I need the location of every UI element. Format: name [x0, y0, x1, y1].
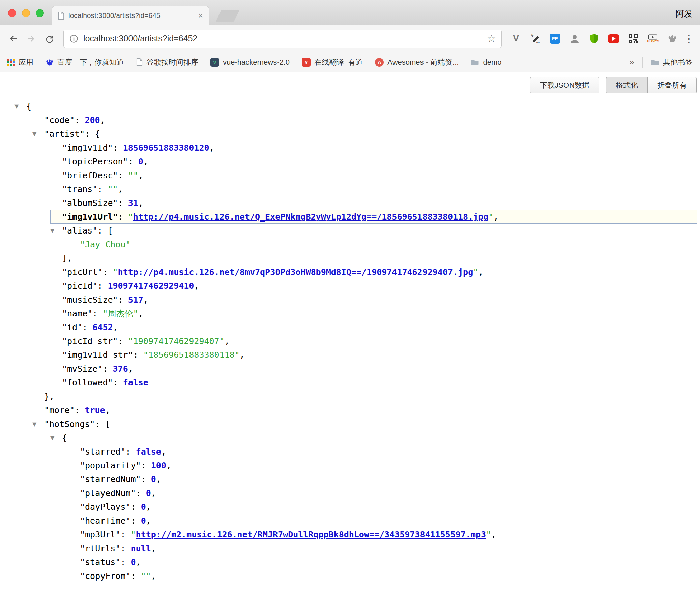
json-line-content: "Jay Chou" [80, 238, 697, 251]
json-line: "musicSize": 517, [50, 293, 697, 307]
json-line-content: "picUrl": "http://p4.music.126.net/8mv7q… [62, 265, 697, 279]
line-gutter [50, 141, 62, 155]
profile-name[interactable]: 阿发 [676, 8, 693, 19]
json-token-p: , [146, 516, 151, 526]
json-line: "mvSize": 376, [50, 362, 697, 376]
extension-paw-icon[interactable] [666, 30, 679, 47]
tab-close-icon[interactable]: × [198, 11, 203, 20]
format-button[interactable]: 格式化 [606, 77, 648, 93]
json-line: "status": 0, [68, 555, 697, 569]
collapse-toggle-icon[interactable]: ▼ [32, 417, 44, 431]
line-gutter [32, 113, 44, 127]
json-token-s: "Jay Chou" [80, 240, 131, 249]
line-gutter [50, 279, 62, 293]
line-gutter [68, 541, 80, 555]
extension-vimium-icon[interactable]: V [509, 30, 523, 47]
line-gutter [50, 210, 62, 224]
json-token-k: "name" [62, 309, 92, 318]
json-token-k: "followed" [62, 378, 113, 387]
json-line: ▼{ [50, 431, 697, 445]
json-token-p: : [118, 198, 128, 208]
json-token-s: "" [128, 170, 138, 180]
bookmark-star-icon[interactable]: ☆ [487, 34, 496, 44]
line-gutter [68, 472, 80, 486]
json-token-p: : { [85, 129, 100, 139]
collapse-toggle-icon[interactable]: ▼ [14, 99, 26, 113]
json-token-p: , [151, 543, 156, 553]
reload-button[interactable] [42, 31, 57, 46]
extension-youtube-icon[interactable] [607, 30, 620, 47]
line-gutter [50, 376, 62, 390]
json-token-s: " [113, 267, 118, 277]
bookmark-item[interactable]: AAwesomes - 前端资... [375, 57, 459, 67]
forward-button[interactable] [24, 31, 39, 46]
json-token-p: , [128, 364, 133, 374]
extension-translate-pen-icon[interactable]: 英en [529, 30, 542, 47]
json-line-content: "followed": false [62, 376, 697, 390]
json-token-s: " [131, 530, 136, 539]
page-info-icon[interactable] [69, 34, 79, 43]
bookmark-item[interactable]: 百度一下，你就知道 [46, 57, 124, 67]
line-gutter [68, 528, 80, 541]
bookmark-item[interactable]: Y在线翻译_有道 [302, 57, 363, 67]
json-line: ], [50, 251, 697, 265]
new-tab-button[interactable] [215, 10, 240, 22]
json-line: "mp3Url": "http://m2.music.126.net/RMJR7… [68, 528, 697, 541]
zoom-window-button[interactable] [36, 9, 44, 17]
other-bookmarks-folder[interactable]: 其他书签 [651, 57, 693, 67]
json-line-content: "playedNum": 0, [80, 486, 697, 500]
json-token-n: 0 [151, 474, 156, 484]
json-token-p: , [146, 502, 151, 512]
extension-fe-icon[interactable]: FE [548, 30, 562, 47]
json-line-content: "name": "周杰伦", [62, 307, 697, 320]
json-line-content: "artist": { [44, 127, 697, 141]
json-url-link[interactable]: http://p4.music.126.net/Q_ExePNkmgB2yWyL… [133, 212, 489, 222]
bookmarks-divider [642, 57, 643, 68]
json-token-p: : [92, 309, 103, 318]
bookmark-item[interactable]: 应用 [7, 57, 33, 67]
collapse-toggle-icon[interactable]: ▼ [32, 127, 44, 141]
json-token-k: "copyFrom" [80, 571, 131, 581]
extension-player-icon[interactable]: PLAYER [646, 30, 660, 47]
extension-qr-icon[interactable] [626, 30, 640, 47]
menu-icon[interactable]: ⋮ [683, 32, 695, 45]
json-token-p: : [103, 267, 113, 277]
line-gutter [50, 334, 62, 348]
bookmark-item[interactable]: demo [471, 58, 501, 67]
json-token-p: , [118, 184, 123, 194]
extension-person-icon[interactable] [568, 30, 581, 47]
json-line: "picId": 19097417462929410, [50, 279, 697, 293]
bookmark-item[interactable]: Vvue-hackernews-2.0 [210, 58, 290, 67]
collapse-all-button[interactable]: 折叠所有 [647, 77, 697, 93]
minimize-window-button[interactable] [22, 9, 30, 17]
json-token-p: : [131, 502, 141, 512]
json-token-p: : [118, 336, 128, 346]
json-token-k: "popularity" [80, 461, 141, 470]
back-button[interactable] [5, 31, 21, 46]
url-text[interactable]: localhost:3000/artists?id=6452 [83, 34, 482, 43]
collapse-toggle-icon[interactable]: ▼ [50, 431, 62, 445]
json-token-n: 200 [85, 115, 100, 125]
json-line: "code": 200, [32, 113, 697, 127]
json-url-link[interactable]: http://p4.music.126.net/8mv7qP30Pd3oHW8b… [118, 267, 473, 277]
address-bar[interactable]: localhost:3000/artists?id=6452 ☆ [63, 30, 502, 48]
bookmarks-overflow-icon[interactable]: » [629, 57, 634, 67]
download-json-button[interactable]: 下载JSON数据 [530, 77, 599, 93]
json-token-k: "topicPerson" [62, 157, 128, 166]
json-token-p: , [161, 447, 166, 457]
collapse-toggle-icon[interactable]: ▼ [50, 224, 62, 238]
view-mode-segmented-control: 格式化 折叠所有 [606, 77, 697, 93]
json-line: "Jay Chou" [68, 238, 697, 251]
json-line-content: "dayPlays": 0, [80, 500, 697, 514]
json-line: "name": "周杰伦", [50, 307, 697, 320]
json-token-s: " [128, 212, 133, 222]
line-gutter [50, 251, 62, 265]
json-token-k: "albumSize" [62, 198, 118, 208]
bookmark-item[interactable]: 谷歌按时间排序 [136, 57, 198, 67]
browser-tab[interactable]: localhost:3000/artists?id=645 × [52, 6, 209, 25]
json-url-link[interactable]: http://m2.music.126.net/RMJR7wDullRqppBk… [136, 530, 486, 539]
json-token-p: : [131, 571, 141, 581]
close-window-button[interactable] [8, 9, 16, 17]
extension-shield-icon[interactable] [587, 30, 601, 47]
document-icon [136, 58, 143, 66]
